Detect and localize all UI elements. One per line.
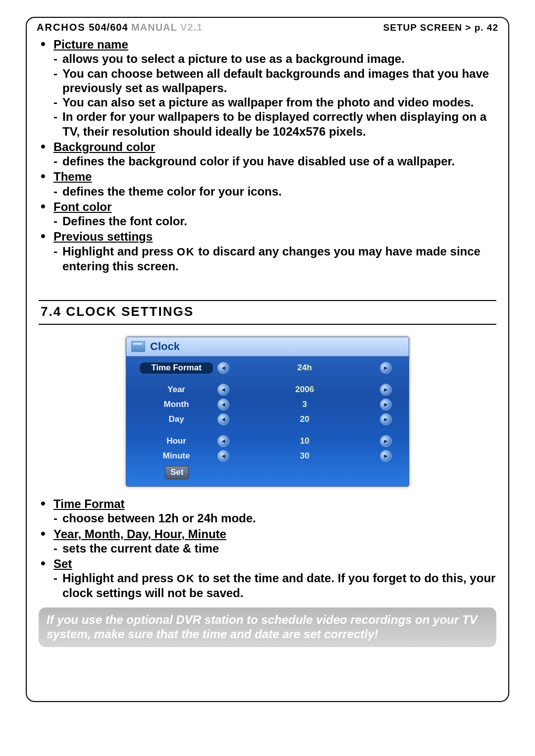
list-item: Font colorDefines the font color. (39, 200, 496, 229)
clock-panel-body: Time Format◄24h►Year◄2006►Month◄3►Day◄20… (126, 356, 409, 486)
clock-row-label[interactable]: Minute (139, 451, 214, 461)
breadcrumb: SETUP SCREEN > p. 42 (383, 22, 498, 33)
arrow-right-icon[interactable]: ► (380, 362, 392, 374)
display-settings-list: Picture nameallows you to select a pictu… (39, 37, 496, 273)
arrow-right-icon[interactable]: ► (380, 450, 392, 462)
row-gap (139, 427, 396, 434)
section-divider-bottom (39, 324, 496, 325)
sub-item: You can also set a picture as wallpaper … (54, 95, 496, 109)
clock-row: Year◄2006► (139, 382, 396, 397)
list-item: Year, Month, Day, Hour, Minutesets the c… (39, 527, 496, 556)
manual-text: MANUAL (131, 22, 177, 33)
sub-item: defines the background color if you have… (54, 154, 496, 168)
clock-row: Hour◄10► (139, 434, 396, 449)
clock-panel-title-bar: Clock (126, 337, 409, 357)
item-title: Background color (54, 140, 155, 153)
list-item: Themedefines the theme color for your ic… (39, 169, 496, 199)
sub-list: choose between 12h or 24h mode. (54, 511, 496, 525)
list-item: Picture nameallows you to select a pictu… (39, 37, 496, 139)
clock-row-label[interactable]: Month (139, 400, 214, 410)
sub-item: choose between 12h or 24h mode. (54, 511, 496, 525)
clock-row-value: 10 (233, 436, 376, 447)
clock-row-label[interactable]: Time Format (139, 362, 214, 374)
clock-row-label[interactable]: Day (139, 414, 214, 425)
sub-list: Defines the font color. (54, 214, 496, 228)
clock-row-value: 3 (233, 400, 376, 410)
sub-item: Highlight and press OK to set the time a… (54, 571, 496, 600)
item-title: Picture name (54, 38, 128, 51)
clock-row-value: 20 (233, 414, 376, 425)
clock-row-label[interactable]: Hour (139, 436, 214, 447)
clock-panel-title: Clock (150, 340, 180, 353)
model-text: 504/604 (89, 22, 128, 33)
section-divider-top (39, 300, 496, 301)
sub-item: sets the current date & time (54, 541, 496, 555)
clock-settings-list: Time Formatchoose between 12h or 24h mod… (39, 497, 496, 600)
list-item: SetHighlight and press OK to set the tim… (39, 556, 496, 600)
sub-list: defines the theme color for your icons. (54, 184, 496, 199)
sub-list: allows you to select a picture to use as… (54, 51, 496, 139)
arrow-left-icon[interactable]: ◄ (217, 362, 229, 374)
item-title: Theme (54, 170, 92, 183)
sub-item: defines the theme color for your icons. (54, 184, 496, 199)
item-title: Font color (54, 200, 111, 213)
item-title: Set (54, 557, 72, 570)
ok-button-label: OK (177, 572, 195, 586)
page-header: ARCHOS 504/604 MANUAL V2.1 SETUP SCREEN … (27, 18, 508, 35)
list-item: Time Formatchoose between 12h or 24h mod… (39, 497, 496, 526)
brand-text: ARCHOS (37, 22, 86, 33)
sub-list: defines the background color if you have… (54, 154, 496, 168)
arrow-left-icon[interactable]: ◄ (217, 399, 229, 410)
clock-row: Month◄3► (139, 397, 396, 412)
sub-item: Defines the font color. (54, 214, 496, 228)
arrow-left-icon[interactable]: ◄ (217, 413, 229, 425)
page-border: ARCHOS 504/604 MANUAL V2.1 SETUP SCREEN … (26, 17, 509, 702)
sub-item: allows you to select a picture to use as… (54, 51, 496, 66)
arrow-left-icon[interactable]: ◄ (217, 450, 229, 462)
arrow-right-icon[interactable]: ► (380, 384, 392, 396)
sub-item: You can choose between all default backg… (54, 66, 496, 96)
item-title: Time Format (54, 497, 125, 510)
item-title: Year, Month, Day, Hour, Minute (54, 527, 226, 541)
arrow-left-icon[interactable]: ◄ (217, 384, 229, 396)
clock-panel: Clock Time Format◄24h►Year◄2006►Month◄3►… (126, 337, 409, 487)
section-heading: 7.4 Clock Settings (39, 304, 496, 320)
clock-row: Day◄20► (139, 412, 396, 427)
sub-list: Highlight and press OK to set the time a… (54, 571, 496, 600)
clock-row: Time Format◄24h► (139, 360, 396, 375)
item-title: Previous settings (54, 230, 153, 243)
sub-item: Highlight and press OK to discard any ch… (54, 244, 496, 273)
arrow-left-icon[interactable]: ◄ (217, 435, 229, 447)
clock-icon (131, 341, 145, 352)
arrow-right-icon[interactable]: ► (380, 435, 392, 447)
row-gap (139, 375, 396, 382)
set-button[interactable]: Set (165, 466, 189, 479)
arrow-right-icon[interactable]: ► (380, 413, 392, 425)
ok-button-label: OK (177, 246, 195, 259)
manual-page: ARCHOS 504/604 MANUAL V2.1 SETUP SCREEN … (0, 0, 535, 756)
arrow-right-icon[interactable]: ► (380, 399, 392, 410)
clock-row-value: 30 (233, 451, 376, 461)
page-content: Picture nameallows you to select a pictu… (27, 35, 508, 652)
clock-row: Minute◄30► (139, 449, 396, 463)
clock-row-value: 2006 (233, 385, 376, 395)
sub-item: In order for your wallpapers to be displ… (54, 109, 496, 139)
clock-row-label[interactable]: Year (139, 385, 214, 395)
sub-list: Highlight and press OK to discard any ch… (54, 244, 496, 273)
sub-list: sets the current date & time (54, 541, 496, 555)
version-text: V2.1 (180, 22, 203, 33)
list-item: Previous settingsHighlight and press OK … (39, 229, 496, 273)
clock-row-value: 24h (233, 363, 376, 373)
header-left: ARCHOS 504/604 MANUAL V2.1 (37, 22, 203, 33)
list-item: Background colordefines the background c… (39, 140, 496, 169)
note-box: If you use the optional DVR station to s… (39, 607, 496, 648)
